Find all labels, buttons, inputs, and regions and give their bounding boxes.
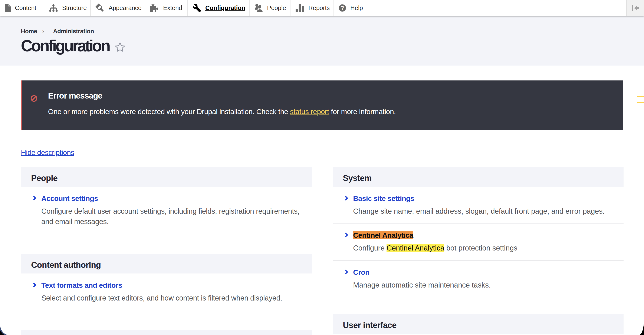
svg-text:?: ?	[341, 5, 344, 11]
